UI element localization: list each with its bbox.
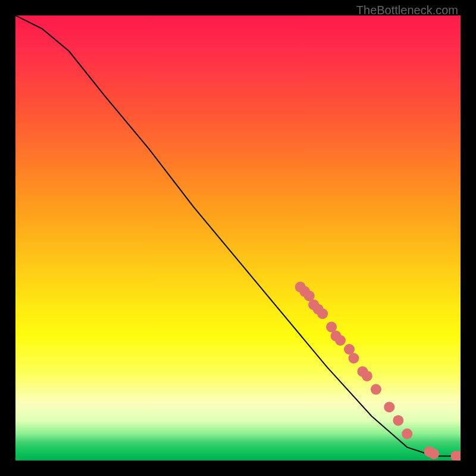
data-marker — [371, 384, 381, 394]
plot-area — [15, 15, 461, 461]
chart-container: TheBottleneck.com — [0, 0, 476, 476]
curve-path — [15, 15, 461, 456]
data-marker — [393, 415, 403, 426]
chart-svg — [15, 15, 461, 461]
data-marker — [402, 428, 412, 439]
data-marker — [335, 335, 346, 346]
data-markers — [295, 281, 461, 461]
data-marker — [384, 402, 394, 412]
data-marker — [349, 353, 359, 364]
data-marker — [362, 371, 372, 381]
data-marker — [317, 308, 328, 319]
watermark-text: TheBottleneck.com — [356, 4, 458, 17]
curve-line — [15, 15, 461, 456]
data-marker — [428, 449, 439, 459]
